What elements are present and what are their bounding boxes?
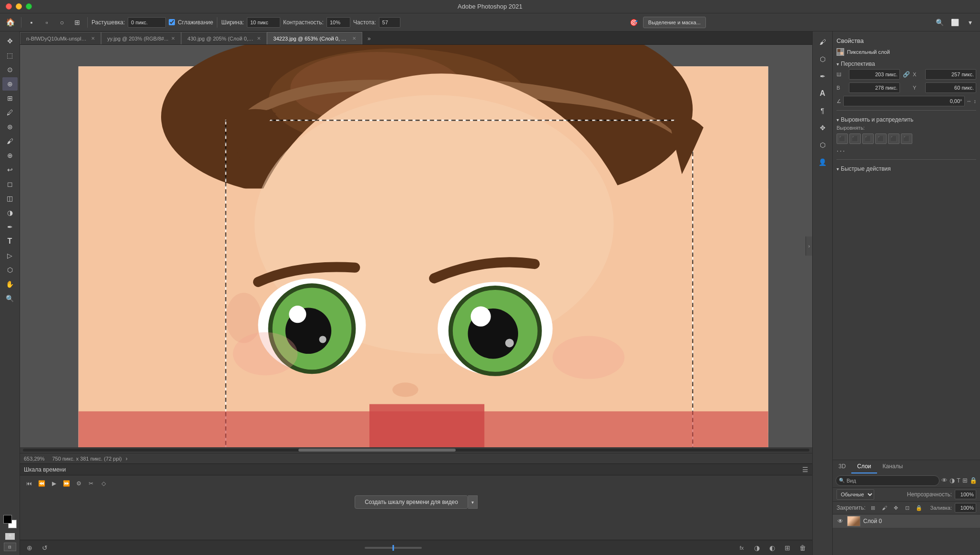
align-bottom-btn[interactable]: ⬛ bbox=[901, 134, 912, 144]
panel-collapse-btn[interactable]: › bbox=[806, 236, 812, 256]
lock-transparent-btn[interactable]: ⊞ bbox=[868, 504, 878, 512]
tool-option-intersect[interactable]: ⊞ bbox=[71, 16, 83, 29]
horizontal-scrollbar[interactable] bbox=[20, 447, 812, 453]
align-right-btn[interactable]: ⬛ bbox=[862, 134, 874, 144]
canvas-main[interactable]: › bbox=[20, 45, 812, 447]
create-timeline-dropdown[interactable]: ▾ bbox=[468, 495, 478, 509]
y-prop-input[interactable] bbox=[925, 82, 976, 93]
bottom-adjustment-btn[interactable]: ◐ bbox=[766, 542, 778, 554]
eyedropper-tool[interactable]: 🖊 bbox=[2, 106, 18, 119]
filter-smart-btn[interactable]: ⊞ bbox=[962, 477, 968, 484]
chevron-toolbar-icon[interactable]: ▾ bbox=[964, 16, 976, 29]
tabs-more-btn[interactable]: » bbox=[363, 33, 375, 44]
angle-input[interactable] bbox=[843, 96, 965, 106]
filter-color-btn[interactable]: 🔒 bbox=[970, 477, 977, 484]
lock-all-btn[interactable]: 🔒 bbox=[914, 504, 924, 512]
tool-option-circle[interactable]: ○ bbox=[56, 16, 68, 29]
bottom-fx-btn[interactable]: fx bbox=[736, 542, 747, 554]
zoom-tool[interactable]: 🔍 bbox=[2, 292, 18, 305]
info-arrow[interactable]: › bbox=[125, 455, 127, 462]
side-paragraph-icon[interactable]: ¶ bbox=[815, 103, 830, 118]
width-input[interactable] bbox=[247, 17, 280, 28]
more-options-btn[interactable]: ··· bbox=[837, 147, 976, 155]
selection-tool[interactable]: ⬚ bbox=[2, 49, 18, 62]
feather-input[interactable] bbox=[128, 17, 166, 28]
bottom-group-btn[interactable]: ⊞ bbox=[782, 542, 793, 554]
width-prop-input[interactable] bbox=[849, 69, 900, 80]
filter-visible-btn[interactable]: 👁 bbox=[941, 477, 948, 484]
history-tool[interactable]: ↩ bbox=[2, 163, 18, 176]
color-swatch[interactable] bbox=[2, 514, 18, 529]
tab-3d[interactable]: 3D bbox=[833, 460, 851, 473]
blend-mode-select[interactable]: Обычные bbox=[837, 489, 874, 500]
brush-tool[interactable]: 🖌 bbox=[2, 134, 18, 148]
align-left-btn[interactable]: ⬛ bbox=[837, 134, 848, 144]
tab-4[interactable]: 34223.jpg @ 653% (Слой 0, RGB/8#) * ✕ bbox=[267, 32, 362, 44]
timeline-settings[interactable]: ⚙ bbox=[73, 478, 84, 489]
home-icon[interactable]: 🏠 bbox=[4, 16, 17, 29]
tab-2-close[interactable]: ✕ bbox=[171, 36, 175, 41]
target-icon[interactable]: 🎯 bbox=[628, 16, 640, 29]
side-paintbucket-icon[interactable]: ⬡ bbox=[815, 51, 830, 67]
filter-adj-btn[interactable]: ◑ bbox=[949, 477, 955, 484]
height-prop-input[interactable] bbox=[849, 82, 900, 93]
gradient-tool[interactable]: ◫ bbox=[2, 192, 18, 205]
clone-tool[interactable]: ⊕ bbox=[2, 149, 18, 162]
bottom-delete-btn[interactable]: 🗑 bbox=[797, 542, 808, 554]
bottom-mask-btn[interactable]: ◑ bbox=[751, 542, 763, 554]
timeline-step-back[interactable]: ⏪ bbox=[36, 478, 47, 489]
timeline-step-forward[interactable]: ⏩ bbox=[61, 478, 71, 489]
search-toolbar-icon[interactable]: 🔍 bbox=[933, 16, 946, 29]
tab-3-close[interactable]: ✕ bbox=[257, 36, 261, 41]
tab-3[interactable]: 430.jpg @ 205% (Слой 0, R... ✕ bbox=[181, 32, 267, 44]
lock-artboard-btn[interactable]: ⊡ bbox=[903, 504, 912, 512]
quick-actions-header[interactable]: ▾ Быстрые действия bbox=[837, 164, 976, 174]
tool-option-rounded[interactable]: ▫ bbox=[41, 16, 53, 29]
tab-2[interactable]: yy.jpg @ 203% (RGB/8#... ✕ bbox=[101, 32, 181, 44]
bottom-back-btn[interactable]: ↺ bbox=[39, 542, 51, 554]
move-tool[interactable]: ✥ bbox=[2, 34, 18, 48]
tool-option-rect[interactable]: ▪ bbox=[25, 16, 38, 29]
side-type-icon[interactable]: A bbox=[815, 86, 830, 101]
align-center-h-btn[interactable]: ⬛ bbox=[849, 134, 861, 144]
align-top-btn[interactable]: ⬛ bbox=[875, 134, 887, 144]
screen-mode-btn[interactable]: ⊡ bbox=[4, 543, 16, 551]
create-timeline-btn[interactable]: Создать шкалу времени для видео bbox=[355, 495, 468, 509]
scroll-track-h[interactable] bbox=[23, 449, 809, 452]
path-selection-tool[interactable]: ▷ bbox=[2, 249, 18, 262]
tab-layers[interactable]: Слои bbox=[851, 460, 877, 473]
flip-v-icon[interactable]: ↕ bbox=[974, 98, 977, 104]
tab-4-close[interactable]: ✕ bbox=[352, 36, 356, 41]
crop-tool[interactable]: ⊞ bbox=[2, 92, 18, 105]
side-brush-icon[interactable]: 🖌 bbox=[815, 34, 830, 50]
tab-1-close[interactable]: ✕ bbox=[91, 36, 95, 41]
timeline-play[interactable]: ▶ bbox=[49, 478, 59, 489]
contrast-input[interactable] bbox=[327, 17, 350, 28]
scroll-thumb-h[interactable] bbox=[298, 449, 456, 452]
align-section-header[interactable]: ▾ Выровнять и распределить bbox=[837, 114, 976, 125]
bottom-new-btn[interactable]: ⊕ bbox=[24, 542, 35, 554]
filter-type-btn[interactable]: T bbox=[957, 477, 960, 484]
pen-tool[interactable]: ✒ bbox=[2, 220, 18, 234]
timeline-scrubber[interactable] bbox=[365, 547, 422, 549]
tab-1[interactable]: n-BfWDyQ10uMk-unsplash.jpg ✕ bbox=[20, 32, 101, 44]
timeline-split[interactable]: ✂ bbox=[86, 478, 96, 489]
lock-position-btn[interactable]: ✥ bbox=[891, 504, 901, 512]
perspective-section-header[interactable]: ▾ Перспектива bbox=[837, 59, 976, 69]
hand-tool[interactable]: ✋ bbox=[2, 278, 18, 291]
flip-h-icon[interactable]: ↔ bbox=[967, 98, 972, 104]
eraser-tool[interactable]: ◻ bbox=[2, 177, 18, 191]
side-pen-icon[interactable]: ✒ bbox=[815, 69, 830, 84]
maximize-button[interactable] bbox=[26, 3, 32, 10]
lasso-tool[interactable]: ⊙ bbox=[2, 63, 18, 76]
side-smart-object-icon[interactable]: ⬡ bbox=[815, 137, 830, 153]
timeline-goto-start[interactable]: ⏮ bbox=[24, 478, 34, 489]
layers-search[interactable]: 🔍 Вид bbox=[836, 475, 939, 486]
x-prop-input[interactable] bbox=[925, 69, 976, 80]
align-center-v-btn[interactable]: ⬛ bbox=[888, 134, 899, 144]
side-person-icon[interactable]: 👤 bbox=[815, 154, 830, 170]
quick-mask-btn[interactable]: ◈ bbox=[5, 533, 15, 540]
frequency-input[interactable] bbox=[379, 17, 400, 28]
dodge-tool[interactable]: ◑ bbox=[2, 206, 18, 219]
shape-tool[interactable]: ⬡ bbox=[2, 263, 18, 277]
